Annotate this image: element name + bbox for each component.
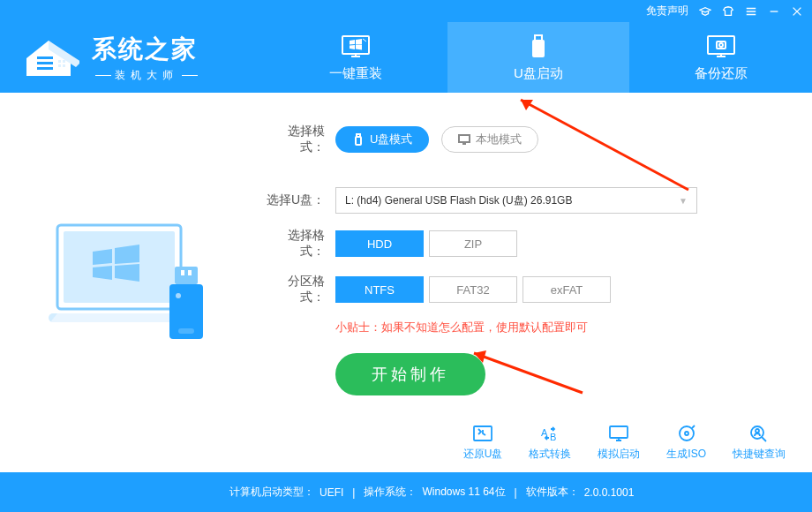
mode-usb-label: U盘模式 <box>370 132 412 147</box>
svg-point-23 <box>176 293 181 298</box>
status-boot-value: UEFI <box>320 486 343 499</box>
app-title: 系统之家 <box>92 33 201 66</box>
disclaimer-link[interactable]: 免责声明 <box>646 4 688 19</box>
tab-usb-boot[interactable]: U盘启动 <box>447 22 630 93</box>
mode-label: 选择模式： <box>265 124 335 155</box>
usb-small-icon <box>352 133 365 146</box>
svg-rect-25 <box>356 137 361 145</box>
tab-label: 备份还原 <box>695 65 748 82</box>
bootfmt-hdd-button[interactable]: HDD <box>335 230 424 257</box>
partfmt-ntfs-button[interactable]: NTFS <box>335 276 424 303</box>
status-bar: 计算机启动类型： UEFI | 操作系统： Windows 11 64位 | 软… <box>0 472 812 512</box>
restore-icon <box>471 424 494 443</box>
app-logo: 系统之家 装机大师 <box>0 22 265 93</box>
disc-icon <box>675 424 698 443</box>
svg-rect-26 <box>459 135 470 142</box>
tool-format-convert[interactable]: AB 格式转换 <box>529 424 571 462</box>
svg-rect-22 <box>178 328 194 334</box>
status-os-label: 操作系统： <box>364 485 417 500</box>
convert-icon: AB <box>538 424 561 443</box>
svg-rect-0 <box>37 56 53 59</box>
hint-text: 小贴士：如果不知道怎么配置，使用默认配置即可 <box>265 320 768 335</box>
partfmt-fat32-button[interactable]: FAT32 <box>429 276 517 303</box>
drive-value: L: (hd4) General USB Flash Disk (U盘) 26.… <box>345 193 572 208</box>
monitor-small-icon <box>458 133 470 146</box>
drive-select[interactable]: L: (hd4) General USB Flash Disk (U盘) 26.… <box>335 187 697 214</box>
monitor-win-icon <box>340 34 372 60</box>
app-subtitle: 装机大师 <box>92 66 201 83</box>
svg-rect-12 <box>708 36 734 54</box>
svg-point-31 <box>680 426 694 440</box>
drive-label: 选择U盘： <box>265 192 335 208</box>
svg-rect-10 <box>537 36 538 38</box>
tool-restore-usb[interactable]: 还原U盘 <box>463 424 503 462</box>
house-icon <box>18 34 79 82</box>
tab-label: U盘启动 <box>514 65 563 82</box>
menu-icon[interactable] <box>745 5 757 18</box>
svg-rect-6 <box>63 64 65 67</box>
partfmt-exfat-button[interactable]: exFAT <box>523 276 611 303</box>
bootfmt-zip-button[interactable]: ZIP <box>429 230 517 257</box>
tool-sim-boot[interactable]: 模拟启动 <box>598 424 640 462</box>
svg-rect-20 <box>181 270 184 275</box>
svg-rect-1 <box>37 62 53 64</box>
tool-hotkey[interactable]: 快捷键查询 <box>733 424 786 462</box>
monitor-camera-icon <box>705 34 737 60</box>
illustration <box>0 93 265 472</box>
skin-icon[interactable] <box>722 5 734 18</box>
tab-backup[interactable]: 备份还原 <box>629 22 812 93</box>
svg-point-14 <box>719 43 723 47</box>
status-ver-value: 2.0.0.1001 <box>584 486 635 499</box>
tool-gen-iso[interactable]: 生成ISO <box>666 424 706 462</box>
tab-label: 一键重装 <box>329 65 382 82</box>
bootfmt-label: 选择格式： <box>265 228 335 260</box>
tool-label: 生成ISO <box>666 447 706 462</box>
svg-text:B: B <box>550 432 556 442</box>
mode-local-label: 本地模式 <box>476 132 522 147</box>
svg-rect-21 <box>188 270 192 275</box>
svg-point-32 <box>685 432 688 435</box>
tool-label: 还原U盘 <box>463 447 503 462</box>
tool-label: 格式转换 <box>529 447 571 462</box>
svg-rect-9 <box>533 41 544 56</box>
partfmt-label: 分区格式： <box>265 274 335 305</box>
svg-rect-2 <box>37 67 53 70</box>
status-boot-label: 计算机启动类型： <box>229 485 314 500</box>
mode-usb-button[interactable]: U盘模式 <box>335 126 429 153</box>
svg-point-34 <box>756 429 759 433</box>
minimize-icon[interactable] <box>768 5 780 18</box>
status-os-value: Windows 11 64位 <box>422 485 505 500</box>
status-ver-label: 软件版本： <box>526 485 579 500</box>
svg-rect-5 <box>58 64 61 67</box>
start-button[interactable]: 开始制作 <box>335 353 485 395</box>
close-icon[interactable] <box>791 5 803 18</box>
usb-drive-icon <box>523 34 554 60</box>
tab-reinstall[interactable]: 一键重装 <box>265 22 447 93</box>
monitor-icon <box>607 424 630 443</box>
svg-rect-3 <box>58 60 61 63</box>
caret-down-icon: ▼ <box>679 196 688 206</box>
grad-cap-icon[interactable] <box>699 5 711 18</box>
svg-rect-30 <box>610 426 628 438</box>
svg-rect-11 <box>539 36 541 38</box>
tool-label: 模拟启动 <box>598 447 640 462</box>
svg-rect-4 <box>63 60 65 63</box>
svg-rect-18 <box>175 267 198 284</box>
tool-label: 快捷键查询 <box>733 447 786 462</box>
mode-local-button[interactable]: 本地模式 <box>441 126 538 153</box>
search-person-icon <box>748 424 771 443</box>
